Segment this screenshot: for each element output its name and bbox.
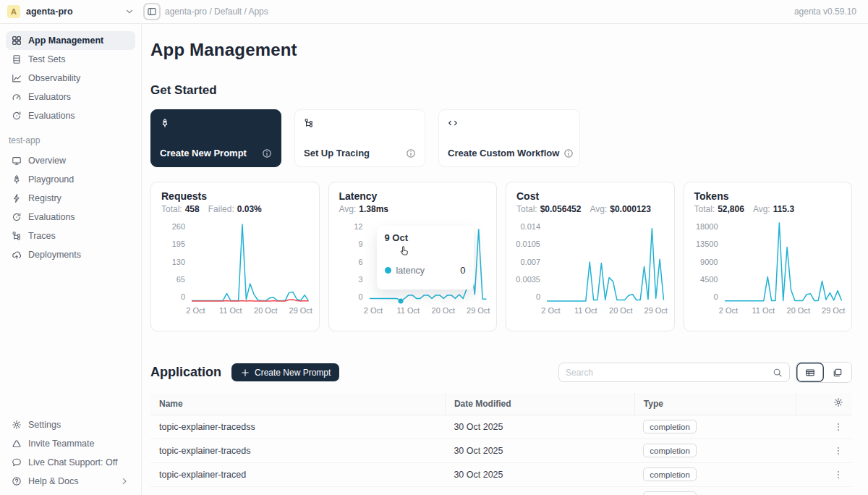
sidebar-item-label: Help & Docs bbox=[28, 476, 113, 486]
topbar: A agenta-pro agenta-pro / Default / Apps… bbox=[0, 0, 868, 24]
y-tick-label: 9000 bbox=[700, 258, 718, 266]
chart-y-axis: 260195130650 bbox=[161, 223, 192, 301]
column-header-name: Name bbox=[150, 393, 445, 415]
chart-body: 1800013500900045000 bbox=[694, 223, 842, 301]
chart-body: 260195130650 bbox=[161, 223, 309, 301]
cell-actions bbox=[796, 439, 852, 462]
chart-stat: Avg:$0.000123 bbox=[590, 204, 651, 214]
get-started-card-create-custom-workflow[interactable]: Create Custom Workflow bbox=[438, 109, 580, 167]
tooltip-title: 9 Oct bbox=[385, 232, 466, 243]
table-row[interactable]: career-assessment27 Oct 2025completion bbox=[150, 486, 852, 495]
bolt-icon bbox=[12, 193, 22, 203]
y-tick-label: 65 bbox=[176, 276, 185, 284]
sidebar-item-label: Settings bbox=[28, 420, 129, 430]
get-started-card-create-new-prompt[interactable]: Create New Prompt bbox=[150, 109, 281, 167]
chart-stat: Failed:0.03% bbox=[208, 204, 262, 214]
breadcrumb[interactable]: agenta-pro / Default / Apps bbox=[165, 7, 794, 17]
chart-stats: Total:$0.056452Avg:$0.000123 bbox=[516, 204, 664, 214]
chart-plot bbox=[192, 223, 309, 301]
sidebar-item-observability[interactable]: Observability bbox=[6, 69, 135, 88]
cell-name: topic-explainer-tracedss bbox=[150, 415, 445, 439]
chart-title: Latency bbox=[339, 190, 487, 202]
chart-title: Cost bbox=[516, 190, 664, 202]
row-menu-icon[interactable] bbox=[833, 470, 843, 480]
sidebar-item-traces[interactable]: Traces bbox=[6, 227, 135, 245]
chart-body: 0.0140.01050.0070.00350 bbox=[516, 223, 664, 301]
sidebar-item-invite-teammate[interactable]: Invite Teammate bbox=[6, 434, 135, 453]
sidebar-item-app-management[interactable]: App Management bbox=[6, 31, 135, 50]
get-started-card-label: Set Up Tracing bbox=[304, 148, 370, 158]
chart-body: 1296309 Octlatency0 bbox=[339, 223, 487, 301]
y-tick-label: 6 bbox=[358, 258, 362, 266]
cloudup-icon bbox=[12, 250, 22, 260]
sidebar-item-overview[interactable]: Overview bbox=[6, 151, 135, 170]
sidebar-item-settings[interactable]: Settings bbox=[6, 415, 135, 434]
chart-y-axis: 0.0140.01050.0070.00350 bbox=[516, 223, 547, 301]
chart-stat: Avg:1.38ms bbox=[339, 204, 389, 214]
workspace-name: agenta-pro bbox=[26, 7, 73, 17]
column-header-type: Type bbox=[634, 393, 796, 415]
sidebar-item-help-docs[interactable]: Help & Docs bbox=[6, 472, 135, 491]
sidebar-item-test-sets[interactable]: Test Sets bbox=[6, 50, 135, 69]
table-header-row: NameDate ModifiedType bbox=[150, 393, 852, 415]
sidebar-item-evaluations-app[interactable]: Evaluations bbox=[6, 208, 135, 227]
sidebar-item-label: Overview bbox=[28, 156, 129, 166]
table-row[interactable]: topic-explainer-traceds30 Oct 2025comple… bbox=[150, 439, 852, 462]
cell-date-modified: 30 Oct 2025 bbox=[445, 415, 634, 439]
rocket-icon bbox=[160, 118, 272, 128]
sidebar-footer-list: SettingsInvite TeammateLive Chat Support… bbox=[0, 415, 141, 491]
workspace-selector[interactable]: A agenta-pro bbox=[7, 5, 119, 18]
table-row[interactable]: topic-explainer-tracedss30 Oct 2025compl… bbox=[150, 415, 852, 439]
y-tick-label: 18000 bbox=[696, 223, 718, 231]
y-tick-label: 0 bbox=[713, 293, 718, 301]
row-menu-icon[interactable] bbox=[833, 446, 843, 456]
help-icon bbox=[12, 476, 22, 486]
search-input[interactable] bbox=[566, 368, 773, 378]
cell-date-modified: 30 Oct 2025 bbox=[445, 439, 634, 462]
info-icon[interactable] bbox=[406, 148, 416, 158]
x-tick-label: 11 Oct bbox=[219, 306, 242, 315]
row-menu-icon[interactable] bbox=[833, 422, 843, 432]
sidebar-item-evaluations[interactable]: Evaluations bbox=[6, 106, 135, 125]
sidebar-item-live-chat-support[interactable]: Live Chat Support: Off bbox=[6, 453, 135, 472]
create-new-prompt-button[interactable]: Create New Prompt bbox=[231, 363, 339, 381]
y-tick-label: 130 bbox=[172, 258, 185, 266]
x-tick-label: 20 Oct bbox=[787, 306, 810, 315]
sidebar-item-evaluators[interactable]: Evaluators bbox=[6, 88, 135, 106]
chartline-icon bbox=[12, 73, 22, 83]
y-tick-label: 4500 bbox=[700, 276, 718, 284]
y-tick-label: 3 bbox=[358, 276, 362, 284]
x-tick-label: 2 Oct bbox=[541, 306, 560, 315]
chart-stats: Total:458Failed:0.03% bbox=[161, 204, 309, 214]
sidebar-toggle-button[interactable] bbox=[143, 3, 161, 20]
y-tick-label: 0 bbox=[536, 293, 540, 301]
table-row[interactable]: topic-explainer-traced30 Oct 2025complet… bbox=[150, 462, 852, 486]
tooltip-value: 0 bbox=[460, 265, 465, 276]
chart-card-requests: RequestsTotal:458Failed:0.03%26019513065… bbox=[150, 182, 320, 331]
sidebar-item-playground[interactable]: Playground bbox=[6, 170, 135, 189]
sidebar-item-registry[interactable]: Registry bbox=[6, 189, 135, 208]
view-toggle bbox=[796, 362, 852, 383]
search-icon[interactable] bbox=[773, 368, 783, 378]
card-view-icon bbox=[833, 368, 843, 378]
cell-type: completion bbox=[634, 462, 796, 486]
y-tick-label: 0 bbox=[181, 293, 185, 301]
table-icon bbox=[12, 54, 22, 64]
card-view-button[interactable] bbox=[824, 363, 851, 382]
info-icon[interactable] bbox=[563, 148, 574, 158]
get-started-card-set-up-tracing[interactable]: Set Up Tracing bbox=[294, 109, 425, 167]
sidebar-item-deployments[interactable]: Deployments bbox=[6, 245, 135, 264]
x-tick-label: 2 Oct bbox=[186, 306, 205, 315]
chart-x-axis: 2 Oct11 Oct20 Oct29 Oct bbox=[370, 305, 487, 316]
chart-x-axis: 2 Oct11 Oct20 Oct29 Oct bbox=[192, 305, 309, 316]
chart-card-tokens: TokensTotal:52,806Avg:115.31800013500900… bbox=[684, 182, 853, 331]
chevron-down-icon[interactable] bbox=[124, 7, 135, 17]
table-view-button[interactable] bbox=[796, 363, 824, 382]
info-icon[interactable] bbox=[262, 148, 272, 158]
panel-icon bbox=[147, 7, 157, 17]
x-tick-label: 11 Oct bbox=[752, 306, 775, 315]
y-tick-label: 0 bbox=[358, 293, 362, 301]
sidebar-item-label: Observability bbox=[28, 73, 129, 83]
y-tick-label: 9 bbox=[358, 240, 362, 248]
gear-icon[interactable] bbox=[833, 397, 843, 407]
